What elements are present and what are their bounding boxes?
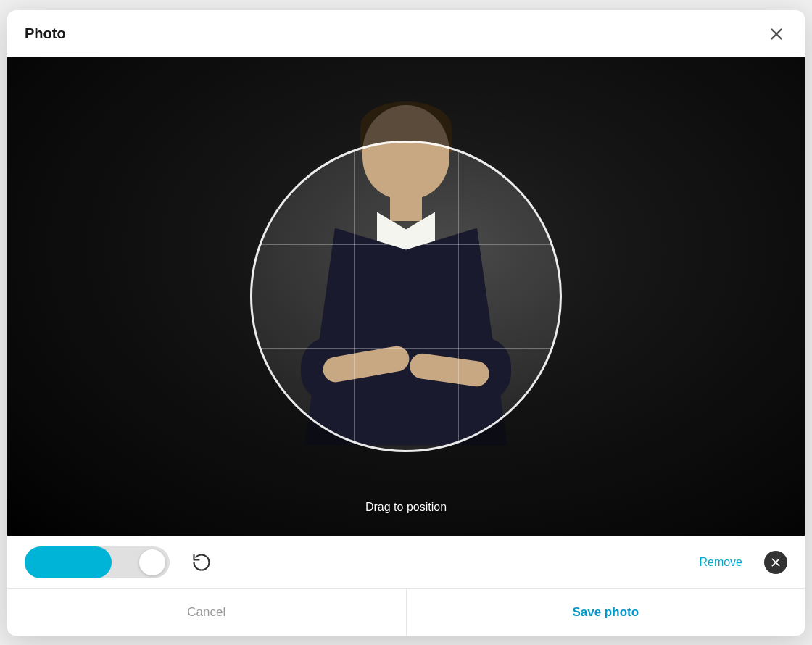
crop-area[interactable]: Drag to position <box>7 57 805 536</box>
dialog-title: Photo <box>25 25 66 42</box>
dialog-footer: Cancel Save photo <box>7 588 805 636</box>
cancel-button[interactable]: Cancel <box>7 589 407 636</box>
rotate-icon <box>191 552 212 573</box>
remove-x-button[interactable] <box>764 551 787 574</box>
toggle-knob <box>139 549 165 575</box>
save-photo-button[interactable]: Save photo <box>407 589 805 636</box>
remove-button[interactable]: Remove <box>692 552 750 573</box>
photo-dialog: Photo <box>7 10 805 636</box>
rotate-button[interactable] <box>187 548 216 577</box>
toggle-fill <box>25 546 112 578</box>
x-icon <box>770 557 782 568</box>
controls-bar: Remove <box>7 536 805 588</box>
dialog-header: Photo <box>7 10 805 57</box>
close-icon <box>768 26 784 42</box>
close-button[interactable] <box>766 23 787 45</box>
toggle-switch[interactable] <box>25 546 170 578</box>
crop-circle <box>250 141 562 452</box>
drag-label: Drag to position <box>365 501 447 514</box>
